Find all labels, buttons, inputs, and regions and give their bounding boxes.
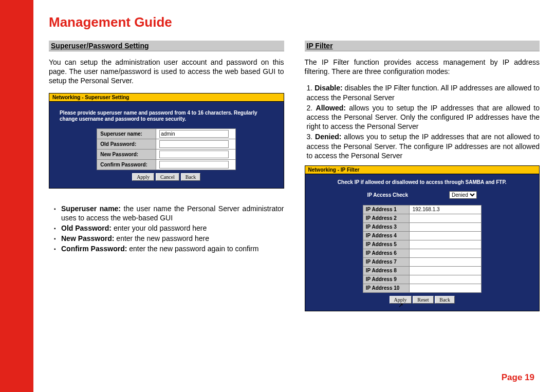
field-label: IP Address 6	[363, 249, 409, 257]
apply-button[interactable]: Apply	[390, 296, 412, 304]
field-label: Old Password:	[97, 139, 156, 149]
left-bullet-list: Superuser name: the user name the Person…	[49, 204, 284, 254]
ip-address-6-input[interactable]	[412, 250, 478, 257]
list-item: Denied: allows you to setup the IP addre…	[307, 132, 540, 160]
cancel-button[interactable]: Cancel	[156, 173, 179, 181]
old-password-input[interactable]	[159, 140, 229, 148]
list-item: Superuser name: the user name the Person…	[54, 204, 284, 222]
doc-title: Management Guide	[49, 14, 540, 30]
sshot-titlebar: Networking - IP Filter	[305, 166, 540, 174]
right-section-header: IP Filter	[305, 41, 540, 51]
table-row: Superuser name:	[97, 128, 236, 139]
back-button[interactable]: Back	[435, 296, 455, 304]
ip-address-7-input[interactable]	[412, 258, 478, 266]
table-row: IP Address 4	[363, 231, 481, 240]
reset-button[interactable]: Reset	[413, 296, 433, 304]
apply-button[interactable]: Apply	[132, 173, 154, 181]
page-number: Page 19	[502, 372, 534, 383]
field-label: IP Address 4	[363, 231, 409, 240]
right-intro: The IP Filter function provides access m…	[305, 58, 540, 76]
table-row: IP Address 10	[363, 284, 481, 292]
field-label: IP Address 9	[363, 275, 409, 284]
ip-access-select[interactable]: Denied	[449, 191, 477, 199]
two-column-layout: Superuser/Password Setting You can setup…	[49, 41, 540, 315]
right-column: IP Filter The IP Filter function provide…	[305, 41, 540, 315]
table-row: IP Address 5	[363, 240, 481, 249]
field-label: IP Address 3	[363, 222, 409, 231]
field-label: IP Address 10	[363, 284, 409, 292]
table-row: IP Address 2	[363, 214, 481, 222]
left-intro: You can setup the administration user ac…	[49, 58, 284, 86]
list-item: Confirm Password: enter the new password…	[54, 244, 284, 253]
field-label: New Password:	[97, 149, 156, 159]
field-label: Confirm Password:	[97, 159, 156, 170]
field-label: IP Address 1	[363, 205, 409, 214]
ip-address-3-input[interactable]	[412, 223, 478, 231]
sshot-instruction: Check IP if allowed or disallowed to acc…	[316, 179, 529, 185]
superuser-name-input[interactable]	[159, 130, 229, 138]
table-row: Confirm Password:	[97, 159, 236, 170]
field-label: Superuser name:	[97, 128, 156, 139]
ipfilter-screenshot: Networking - IP Filter Check IP if allow…	[305, 165, 540, 311]
table-row: IP Address 6	[363, 249, 481, 257]
button-row: Apply Reset Back	[316, 296, 529, 304]
left-column: Superuser/Password Setting You can setup…	[49, 41, 284, 315]
sshot-titlebar: Networking - Superuser Setting	[49, 94, 284, 102]
ip-address-1-input[interactable]	[412, 206, 478, 213]
superuser-form-table: Superuser name: Old Password: New Passwo…	[97, 128, 236, 170]
back-button[interactable]: Back	[181, 173, 201, 181]
page-content: Management Guide Superuser/Password Sett…	[33, 0, 555, 392]
modes-list: Disable: disables the IP Filter function…	[305, 83, 540, 160]
confirm-password-input[interactable]	[159, 161, 229, 169]
field-label: IP Address 5	[363, 240, 409, 249]
ip-address-5-input[interactable]	[412, 241, 478, 248]
list-item: Allowed: allows you to setup the IP addr…	[307, 103, 540, 132]
ip-access-row: IP Access Check Denied	[316, 191, 529, 199]
ip-access-label: IP Access Check	[367, 192, 409, 198]
ip-address-9-input[interactable]	[412, 276, 478, 283]
field-label: IP Address 2	[363, 214, 409, 222]
button-row: Apply Cancel Back	[60, 173, 273, 181]
table-row: IP Address 1	[363, 205, 481, 214]
ip-address-table: IP Address 1 IP Address 2 IP Address 3 I…	[363, 205, 482, 293]
table-row: New Password:	[97, 149, 236, 159]
list-item: Disable: disables the IP Filter function…	[307, 83, 540, 102]
new-password-input[interactable]	[159, 151, 229, 158]
ip-address-8-input[interactable]	[412, 267, 478, 274]
list-item: Old Password: enter your old password he…	[54, 223, 284, 233]
superuser-screenshot: Networking - Superuser Setting Please pr…	[49, 93, 284, 189]
field-label: IP Address 8	[363, 266, 409, 275]
table-row: IP Address 8	[363, 266, 481, 275]
ip-address-2-input[interactable]	[412, 215, 478, 222]
table-row: IP Address 7	[363, 257, 481, 266]
table-row: IP Address 3	[363, 222, 481, 231]
table-row: Old Password:	[97, 139, 236, 149]
sshot-instruction: Please provide superuser name and passwo…	[60, 110, 273, 122]
field-label: IP Address 7	[363, 257, 409, 266]
left-section-header: Superuser/Password Setting	[49, 41, 284, 51]
table-row: IP Address 9	[363, 275, 481, 284]
red-sidebar	[0, 0, 33, 392]
ip-address-4-input[interactable]	[412, 232, 478, 239]
list-item: New Password: enter the new password her…	[54, 234, 284, 243]
ip-address-10-input[interactable]	[412, 285, 478, 292]
